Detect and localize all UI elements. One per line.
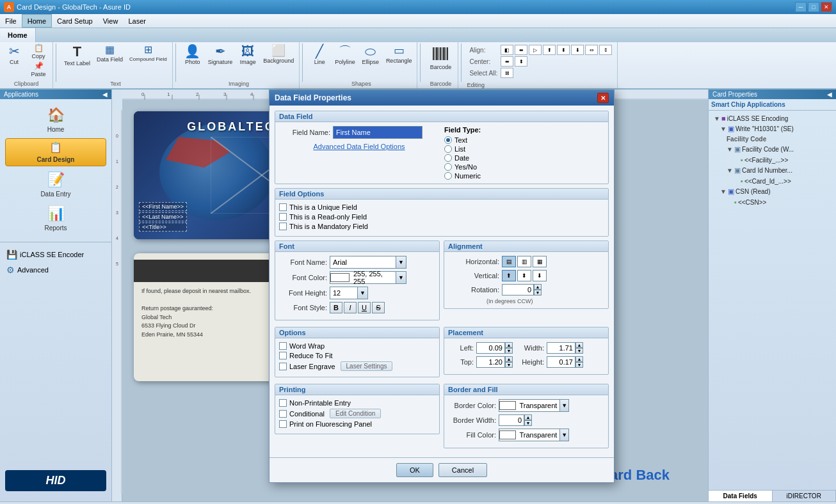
radio-list[interactable]: List bbox=[444, 145, 604, 153]
rotation-down-btn[interactable]: ▼ bbox=[534, 290, 542, 295]
underline-btn[interactable]: U bbox=[358, 302, 371, 313]
reduce-fit-cb[interactable] bbox=[279, 352, 287, 359]
fill-color-dropdown[interactable]: Transparent ▼ bbox=[499, 429, 569, 441]
font-name-arrow[interactable]: ▼ bbox=[396, 256, 406, 268]
options-section-header: Options bbox=[275, 327, 439, 338]
top-spinbox: ▲ ▼ bbox=[476, 356, 513, 368]
laser-engrave-cb[interactable] bbox=[279, 363, 287, 370]
alignment-section-header: Alignment bbox=[444, 241, 608, 252]
rotation-input[interactable] bbox=[502, 284, 534, 295]
font-height-dropdown[interactable]: 12 ▼ bbox=[330, 287, 368, 299]
readonly-field-row: This is a Read-only Field bbox=[279, 213, 604, 221]
width-spinbox: ▲ ▼ bbox=[547, 342, 583, 354]
field-name-input[interactable] bbox=[333, 126, 422, 139]
align-right-btn[interactable]: ▦ bbox=[533, 256, 547, 267]
edit-condition-btn[interactable]: Edit Condition bbox=[330, 409, 381, 418]
width-input[interactable] bbox=[547, 342, 575, 354]
border-color-arrow[interactable]: ▼ bbox=[559, 400, 568, 411]
height-up-btn[interactable]: ▲ bbox=[575, 356, 583, 362]
field-options-section: Field Options This is a Unique Field Thi… bbox=[275, 188, 609, 237]
dialog-overlay: Data Field Properties ✕ Data Field Field… bbox=[0, 0, 836, 504]
border-width-spinbox: ▲ ▼ bbox=[499, 414, 532, 426]
data-field-properties-dialog: Data Field Properties ✕ Data Field Field… bbox=[269, 90, 615, 483]
dialog-body: Data Field Field Name: Advanced Data Fie… bbox=[269, 106, 614, 457]
width-up-btn[interactable]: ▲ bbox=[575, 342, 583, 348]
bw-up-btn[interactable]: ▲ bbox=[524, 414, 532, 420]
cancel-btn[interactable]: Cancel bbox=[438, 463, 487, 477]
options-section: Options Word Wrap Reduce To Fit bbox=[275, 327, 440, 377]
border-fill-section: Border and Fill Border Color: Transparen… bbox=[444, 384, 609, 448]
font-name-dropdown[interactable]: Arial ▼ bbox=[330, 256, 406, 269]
radio-date-btn[interactable] bbox=[444, 154, 452, 162]
radio-numeric-btn[interactable] bbox=[444, 172, 452, 180]
left-up-btn[interactable]: ▲ bbox=[505, 342, 513, 348]
fluorescing-cb[interactable] bbox=[279, 420, 287, 428]
readonly-field-cb[interactable] bbox=[279, 213, 287, 221]
left-down-btn[interactable]: ▼ bbox=[505, 348, 513, 354]
valign-top-btn[interactable]: ⬆ bbox=[502, 270, 516, 281]
fill-color-arrow[interactable]: ▼ bbox=[559, 429, 568, 441]
printing-section: Printing Non-Printable Entry Conditional… bbox=[275, 384, 440, 434]
radio-date[interactable]: Date bbox=[444, 154, 604, 162]
mandatory-field-cb[interactable] bbox=[279, 223, 287, 230]
radio-text-btn[interactable] bbox=[444, 136, 452, 144]
font-color-swatch bbox=[330, 273, 350, 282]
top-input[interactable] bbox=[476, 356, 505, 368]
border-color-dropdown[interactable]: Transparent ▼ bbox=[499, 399, 569, 412]
radio-numeric[interactable]: Numeric bbox=[444, 172, 604, 180]
font-section-header: Font bbox=[275, 241, 439, 252]
font-color-arrow[interactable]: ▼ bbox=[396, 272, 406, 283]
dialog-close-btn[interactable]: ✕ bbox=[597, 93, 609, 103]
laser-engrave-row: Laser Engrave Laser Settings bbox=[279, 361, 435, 371]
data-field-section-header: Data Field bbox=[275, 111, 608, 122]
radio-list-btn[interactable] bbox=[444, 145, 452, 153]
laser-settings-btn[interactable]: Laser Settings bbox=[341, 361, 393, 371]
left-spinbox: ▲ ▼ bbox=[476, 342, 513, 354]
height-input[interactable] bbox=[547, 356, 575, 368]
dialog-titlebar[interactable]: Data Field Properties ✕ bbox=[269, 90, 614, 106]
unique-field-row: This is a Unique Field bbox=[279, 203, 604, 211]
strikethrough-btn[interactable]: S bbox=[372, 302, 385, 313]
valign-mid-btn[interactable]: ⬍ bbox=[517, 270, 531, 281]
top-down-btn[interactable]: ▼ bbox=[505, 362, 513, 368]
placement-section: Placement Left: ▲ ▼ bbox=[444, 327, 609, 375]
align-left-btn[interactable]: ▤ bbox=[502, 256, 516, 267]
width-down-btn[interactable]: ▼ bbox=[575, 348, 583, 354]
field-type-radio-group: Text List Date bbox=[444, 136, 604, 180]
radio-yesno-btn[interactable] bbox=[444, 163, 452, 171]
advanced-data-field-link[interactable]: Advanced Data Field Options bbox=[313, 143, 405, 150]
conditional-cb[interactable] bbox=[279, 410, 287, 418]
fluorescing-row: Print on Fluorescing Panel bbox=[279, 420, 435, 428]
font-section: Font Font Name: Arial ▼ Font Color: bbox=[275, 240, 440, 320]
ok-btn[interactable]: OK bbox=[396, 463, 433, 477]
word-wrap-cb[interactable] bbox=[279, 342, 287, 350]
bold-btn[interactable]: B bbox=[330, 302, 342, 313]
radio-yesno[interactable]: Yes/No bbox=[444, 163, 604, 171]
italic-btn[interactable]: I bbox=[344, 302, 357, 313]
unique-field-cb[interactable] bbox=[279, 203, 287, 211]
v-align-btns: ⬆ ⬍ ⬇ bbox=[502, 270, 547, 281]
align-center-btn[interactable]: ▥ bbox=[517, 256, 531, 267]
height-spinbox: ▲ ▼ bbox=[547, 356, 583, 368]
rotation-up-btn[interactable]: ▲ bbox=[534, 284, 542, 290]
border-fill-header: Border and Fill bbox=[444, 384, 608, 395]
top-up-btn[interactable]: ▲ bbox=[505, 356, 513, 362]
radio-text[interactable]: Text bbox=[444, 136, 604, 144]
border-width-input[interactable] bbox=[499, 414, 524, 426]
rotation-hint: (In degrees CCW) bbox=[448, 298, 604, 304]
alignment-section: Alignment Horizontal: ▤ ▥ ▦ bbox=[444, 240, 609, 309]
placement-section-header: Placement bbox=[444, 327, 608, 338]
bw-down-btn[interactable]: ▼ bbox=[524, 420, 532, 426]
word-wrap-row: Word Wrap bbox=[279, 342, 435, 350]
rotation-spinbox: ▲ ▼ bbox=[502, 284, 542, 295]
h-align-btns: ▤ ▥ ▦ bbox=[502, 256, 547, 267]
font-color-dropdown[interactable]: 255, 255, 255 ▼ bbox=[330, 271, 406, 284]
height-down-btn[interactable]: ▼ bbox=[575, 362, 583, 368]
non-printable-row: Non-Printable Entry bbox=[279, 399, 435, 407]
left-input[interactable] bbox=[476, 342, 505, 354]
reduce-fit-row: Reduce To Fit bbox=[279, 352, 435, 359]
valign-bot-btn[interactable]: ⬇ bbox=[533, 270, 547, 281]
non-printable-cb[interactable] bbox=[279, 399, 287, 407]
font-height-arrow[interactable]: ▼ bbox=[357, 287, 367, 299]
conditional-row: Conditional Edit Condition bbox=[279, 409, 435, 418]
